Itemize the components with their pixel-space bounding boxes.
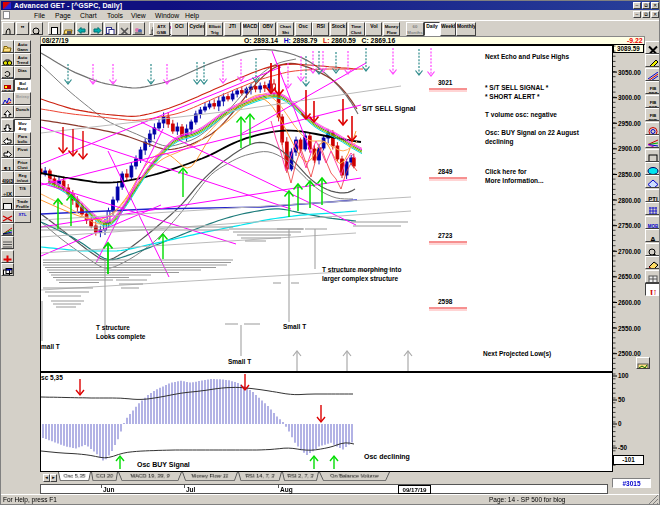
svg-text:TME: TME	[649, 118, 658, 121]
svg-text:larger complex structure: larger complex structure	[322, 275, 399, 283]
svg-text:Click here for: Click here for	[485, 168, 527, 175]
svg-text:2850.00: 2850.00	[618, 171, 641, 178]
svg-text:T structure morphing into: T structure morphing into	[322, 266, 401, 274]
svg-text:Osc 5,35: Osc 5,35	[41, 374, 63, 382]
svg-text:* SHORT ALERT *: * SHORT ALERT *	[485, 93, 540, 100]
svg-text:2750.00: 2750.00	[618, 222, 641, 229]
svg-text:T structure: T structure	[96, 324, 130, 331]
svg-text:mall T: mall T	[41, 343, 60, 350]
svg-text:3050.00: 3050.00	[618, 69, 641, 76]
svg-text:More Information...: More Information...	[485, 177, 544, 184]
svg-text:50: 50	[618, 396, 626, 403]
svg-text:Osc BUY Signal: Osc BUY Signal	[137, 461, 190, 469]
svg-text:3021: 3021	[438, 79, 453, 86]
svg-text:A: A	[650, 235, 656, 242]
svg-text:2700.00: 2700.00	[618, 248, 641, 255]
svg-text:T volume osc: negative: T volume osc: negative	[485, 111, 557, 119]
svg-text:-50: -50	[618, 444, 628, 451]
svg-text:Looks complete: Looks complete	[96, 333, 146, 341]
svg-text:2900.00: 2900.00	[618, 145, 641, 152]
svg-text:2550.00: 2550.00	[618, 325, 641, 332]
svg-text:2800.00: 2800.00	[618, 197, 641, 204]
svg-text:2600.00: 2600.00	[618, 299, 641, 306]
svg-text:2723: 2723	[438, 232, 453, 239]
svg-text:declining: declining	[485, 138, 514, 146]
svg-text:Osc declining: Osc declining	[364, 453, 410, 461]
svg-text:S/T SELL Signal: S/T SELL Signal	[362, 105, 416, 113]
svg-text:* S/T SELL SIGNAL *: * S/T SELL SIGNAL *	[485, 84, 549, 91]
svg-text:FIB: FIB	[5, 248, 11, 250]
svg-text:3000.00: 3000.00	[618, 94, 641, 101]
svg-text:100: 100	[618, 372, 629, 379]
svg-text:2849: 2849	[438, 168, 453, 175]
svg-text:2598: 2598	[438, 298, 453, 305]
svg-text:0: 0	[618, 420, 622, 427]
svg-text:Small T: Small T	[228, 358, 251, 365]
svg-text:Next Projected Low(s): Next Projected Low(s)	[483, 350, 551, 358]
svg-text:Small T: Small T	[283, 323, 306, 330]
svg-text:RET: RET	[649, 91, 658, 94]
svg-text:Next Echo and Pulse Highs: Next Echo and Pulse Highs	[485, 53, 570, 61]
svg-text:U: U	[650, 288, 656, 296]
svg-text:Osc: BUY Signal on 22 August: Osc: BUY Signal on 22 August	[485, 129, 580, 137]
svg-text:2950.00: 2950.00	[618, 120, 641, 127]
svg-text:4|9|3: 4|9|3	[2, 178, 13, 184]
svg-text:2650.00: 2650.00	[618, 273, 641, 280]
